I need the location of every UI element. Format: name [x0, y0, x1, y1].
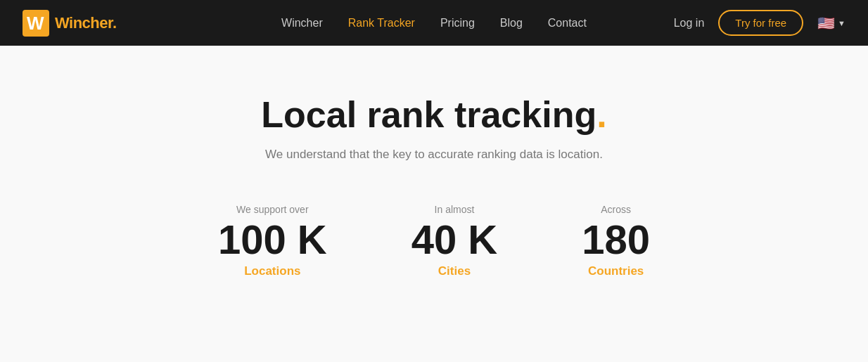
navbar: W Wincher. Wincher Rank Tracker Pricing …	[0, 0, 868, 46]
stat-countries: Across 180 Countries	[582, 204, 650, 278]
hero-subtitle: We understand that the key to accurate r…	[265, 148, 603, 162]
stat-cities-label-below: Cities	[438, 264, 471, 278]
nav-item-blog[interactable]: Blog	[500, 17, 523, 30]
stat-countries-number: 180	[582, 219, 650, 260]
stat-locations-label-below: Locations	[244, 264, 300, 278]
nav-item-rank-tracker[interactable]: Rank Tracker	[348, 17, 415, 30]
chevron-down-icon: ▼	[838, 19, 845, 27]
hero-title: Local rank tracking.	[261, 95, 606, 135]
stat-countries-label-above: Across	[601, 204, 631, 215]
stat-cities-number: 40 K	[411, 219, 498, 260]
logo-text: Wincher.	[55, 14, 117, 32]
nav-item-wincher[interactable]: Wincher	[281, 17, 323, 30]
flag-icon: 🇺🇸	[817, 15, 835, 32]
main-content: Local rank tracking. We understand that …	[0, 46, 868, 278]
nav-right: Log in Try for free 🇺🇸 ▼	[674, 10, 845, 36]
stats-row: We support over 100 K Locations In almos…	[218, 204, 650, 278]
language-selector[interactable]: 🇺🇸 ▼	[817, 15, 845, 32]
login-link[interactable]: Log in	[674, 17, 705, 30]
stat-locations-label-above: We support over	[236, 204, 308, 215]
stat-cities-label-above: In almost	[435, 204, 475, 215]
stat-locations-number: 100 K	[218, 219, 327, 260]
logo[interactable]: W Wincher.	[23, 10, 117, 37]
nav-links: Wincher Rank Tracker Pricing Blog Contac…	[281, 17, 587, 30]
nav-item-contact[interactable]: Contact	[548, 17, 587, 30]
try-free-button[interactable]: Try for free	[718, 10, 803, 36]
stat-countries-label-below: Countries	[588, 264, 644, 278]
stat-locations: We support over 100 K Locations	[218, 204, 327, 278]
stat-cities: In almost 40 K Cities	[411, 204, 498, 278]
nav-item-pricing[interactable]: Pricing	[440, 17, 475, 30]
svg-text:W: W	[27, 13, 44, 34]
logo-icon: W	[23, 10, 49, 37]
